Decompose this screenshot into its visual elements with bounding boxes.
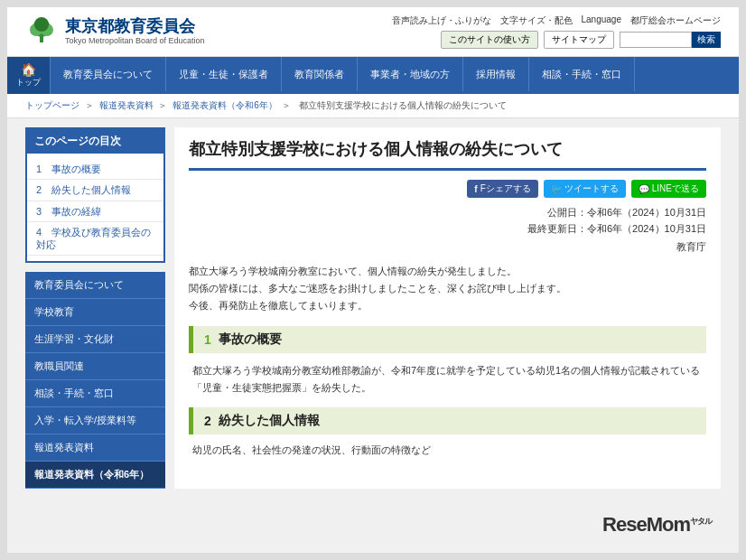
section2-heading: 2 紛失した個人情報: [189, 407, 706, 434]
sidebar-nav-5[interactable]: 入学・転入学/授業料等: [25, 407, 165, 434]
section1-num: 1: [204, 332, 211, 347]
nav-item-3[interactable]: 事業者・地域の方: [358, 57, 463, 91]
breadcrumb-sep1: ＞: [85, 100, 94, 110]
home-icon: 🏠: [21, 62, 36, 77]
nav-item-0[interactable]: 教育委員会について: [51, 57, 166, 91]
share-facebook-btn[interactable]: f Fシェアする: [467, 180, 537, 198]
breadcrumb-1[interactable]: 報道発表資料: [99, 100, 154, 110]
breadcrumb: トップページ ＞ 報道発表資料 ＞ 報道発表資料（令和6年） ＞ 都立特別支援学…: [7, 94, 739, 118]
nav-item-2[interactable]: 教育関係者: [282, 57, 358, 91]
sidebar-nav-4[interactable]: 相談・手続・窓口: [25, 380, 165, 407]
search-box: 検索: [620, 32, 721, 48]
resemom-super: ヤタル: [690, 517, 712, 526]
language-link[interactable]: Language: [582, 14, 622, 27]
section1-body: 都立大塚ろう学校城南分教室幼稚部教諭が、令和7年度に就学を予定している幼児1名の…: [189, 362, 706, 396]
nav-item-1[interactable]: 児童・生徒・保護者: [166, 57, 282, 91]
breadcrumb-sep2: ＞: [158, 100, 167, 110]
breadcrumb-current: 都立特別支援学校における個人情報の紛失について: [299, 100, 507, 110]
sidebar-nav-2[interactable]: 生涯学習・文化財: [25, 326, 165, 353]
sidebar-nav-6[interactable]: 報道発表資料: [25, 434, 165, 462]
home-label: トップ: [16, 77, 41, 89]
search-input[interactable]: [620, 32, 692, 48]
toc-item-2[interactable]: 3 事故の経緯: [27, 201, 163, 222]
content-area: 都立特別支援学校における個人情報の紛失について f Fシェアする 🐦 ツイートす…: [174, 127, 721, 489]
sidebar-nav-1[interactable]: 学校教育: [25, 299, 165, 326]
toc-box: このページの目次 1 事故の概要 2 紛失した個人情報 3 事故の経緯 4 学校…: [25, 127, 165, 263]
search-button[interactable]: 検索: [692, 32, 721, 48]
content-title: 都立特別支援学校における個人情報の紛失について: [189, 138, 706, 171]
audio-link[interactable]: 音声読み上げ・ふりがな: [392, 14, 491, 27]
logo-en: Tokyo Metropolitan Board of Education: [65, 36, 205, 46]
toc-list: 1 事故の概要 2 紛失した個人情報 3 事故の経緯 4 学校及び教育委員会の対…: [27, 154, 163, 261]
fontsize-link[interactable]: 文字サイズ・配色: [500, 14, 573, 27]
toc-item-0[interactable]: 1 事故の概要: [27, 159, 163, 180]
facebook-icon: f: [474, 184, 477, 194]
dept-label: 教育庁: [189, 240, 706, 254]
nav-item-4[interactable]: 採用情報: [463, 57, 529, 91]
share-tw-label: ツイートする: [564, 182, 619, 195]
twitter-icon: 🐦: [551, 184, 562, 194]
main-container: このページの目次 1 事故の概要 2 紛失した個人情報 3 事故の経緯 4 学校…: [7, 118, 739, 498]
site-usage-btn[interactable]: このサイトの使い方: [441, 31, 538, 49]
toc-item-1[interactable]: 2 紛失した個人情報: [27, 180, 163, 201]
sidebar-nav-3[interactable]: 教職員関連: [25, 353, 165, 380]
sidebar-nav-0[interactable]: 教育委員会について: [25, 272, 165, 299]
section2-body: 幼児の氏名、社会性の発達の状況、行動面の特徴など: [189, 442, 706, 459]
svg-point-4: [34, 17, 49, 32]
nav-home[interactable]: 🏠 トップ: [7, 57, 51, 94]
update-date: 最終更新日：令和6年（2024）10月31日: [189, 221, 706, 238]
section1-title: 事故の概要: [219, 331, 282, 348]
intro-text: 都立大塚ろう学校城南分教室において、個人情報の紛失が発生しました。 関係の皆様に…: [189, 263, 706, 313]
main-nav: 🏠 トップ 教育委員会について 児童・生徒・保護者 教育関係者 事業者・地域の方…: [7, 57, 739, 94]
toc-title: このページの目次: [27, 129, 163, 154]
breadcrumb-2[interactable]: 報道発表資料（令和6年）: [173, 100, 277, 110]
share-twitter-btn[interactable]: 🐦 ツイートする: [544, 180, 626, 198]
section2-title: 紛失した個人情報: [219, 413, 320, 429]
section2-num: 2: [204, 414, 211, 428]
nav-item-5[interactable]: 相談・手続・窓口: [529, 57, 635, 91]
publish-date: 公開日：令和6年（2024）10月31日: [189, 205, 706, 221]
breadcrumb-top[interactable]: トップページ: [25, 100, 79, 110]
header-top-links: 音声読み上げ・ふりがな 文字サイズ・配色 Language 都庁総会ホームページ: [392, 14, 722, 27]
breadcrumb-sep3: ＞: [282, 100, 291, 110]
metro-link[interactable]: 都庁総会ホームページ: [630, 14, 721, 27]
share-fb-label: Fシェアする: [480, 182, 531, 195]
logo-icon: [25, 15, 58, 48]
line-icon: 💬: [639, 184, 649, 194]
svg-rect-1: [40, 35, 43, 42]
header: 東京都教育委員会 Tokyo Metropolitan Board of Edu…: [7, 7, 739, 57]
sitemap-btn[interactable]: サイトマップ: [544, 31, 614, 49]
header-search-row: このサイトの使い方 サイトマップ 検索: [441, 31, 721, 49]
sidebar: このページの目次 1 事故の概要 2 紛失した個人情報 3 事故の経緯 4 学校…: [25, 127, 165, 489]
resemom-watermark: ReseMomヤタル: [602, 513, 712, 537]
sidebar-nav-7[interactable]: 報道発表資料（令和6年）: [25, 462, 165, 489]
toc-item-3[interactable]: 4 学校及び教育委員会の対応: [27, 222, 163, 257]
sidebar-nav: 教育委員会について 学校教育 生涯学習・文化財 教職員関連 相談・手続・窓口 入…: [25, 272, 165, 489]
logo-area: 東京都教育委員会 Tokyo Metropolitan Board of Edu…: [25, 15, 205, 48]
share-line-btn[interactable]: 💬 LINEで送る: [631, 180, 706, 198]
header-links: 音声読み上げ・ふりがな 文字サイズ・配色 Language 都庁総会ホームページ…: [392, 14, 722, 49]
date-info: 公開日：令和6年（2024）10月31日 最終更新日：令和6年（2024）10月…: [189, 205, 706, 237]
section1-heading: 1 事故の概要: [189, 326, 706, 353]
share-line-label: LINEで送る: [652, 182, 699, 195]
logo-text: 東京都教育委員会 Tokyo Metropolitan Board of Edu…: [65, 17, 205, 46]
share-row: f Fシェアする 🐦 ツイートする 💬 LINEで送る: [189, 180, 706, 198]
logo-ja: 東京都教育委員会: [65, 17, 205, 37]
